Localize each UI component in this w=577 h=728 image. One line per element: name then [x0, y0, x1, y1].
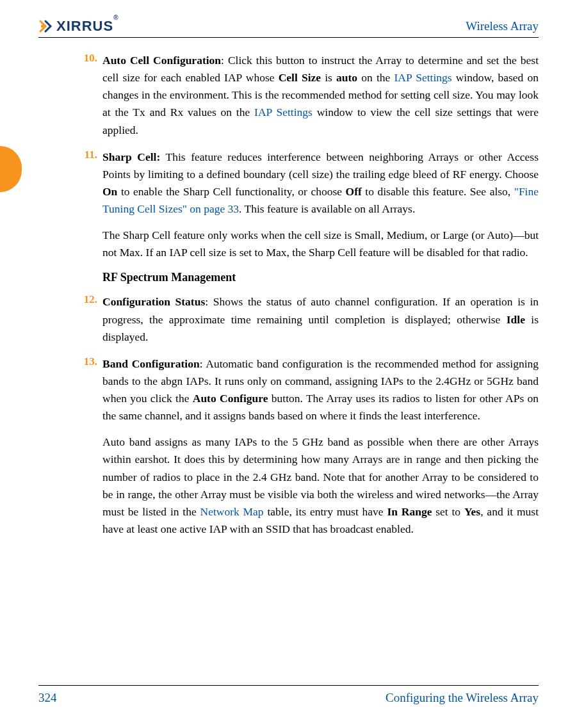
logo-text: XIRRUS® [56, 18, 119, 35]
item-number: 13. [78, 355, 97, 368]
iap-settings-link-2[interactable]: IAP Settings [254, 106, 313, 118]
item-body: Configuration Status: Shows the status o… [102, 293, 539, 345]
iap-settings-link[interactable]: IAP Settings [394, 71, 451, 84]
item-sub-paragraph: The Sharp Cell feature only works when t… [102, 227, 539, 261]
list-item-11: 11. Sharp Cell: This feature reduces int… [102, 149, 539, 262]
network-map-link[interactable]: Network Map [200, 505, 264, 518]
item-number: 12. [78, 293, 97, 306]
list-item-13: 13. Band Configuration: Automatic band c… [102, 355, 539, 538]
header-title: Wireless Array [466, 19, 539, 33]
page-footer: 324 Configuring the Wireless Array [38, 685, 539, 705]
logo: XIRRUS® [38, 18, 119, 35]
item-number: 11. [78, 149, 97, 161]
page-number: 324 [38, 691, 57, 705]
page-header: XIRRUS® Wireless Array [38, 18, 539, 38]
item-body: Auto Cell Configuration: Click this butt… [102, 52, 539, 139]
item-sub-paragraph: Auto band assigns as many IAPs to the 5 … [102, 433, 539, 538]
side-tab [0, 146, 22, 192]
content-area: 10. Auto Cell Configuration: Click this … [38, 52, 539, 538]
item-body: Sharp Cell: This feature reduces interfe… [102, 149, 539, 262]
list-item-12: 12. Configuration Status: Shows the stat… [102, 293, 539, 345]
item-number: 10. [78, 52, 97, 65]
list-item-10: 10. Auto Cell Configuration: Click this … [102, 52, 539, 139]
item-body: Band Configuration: Automatic band confi… [102, 355, 539, 538]
footer-title: Configuring the Wireless Array [386, 691, 539, 705]
xirrus-logo-icon [38, 19, 54, 33]
section-heading-rf-spectrum: RF Spectrum Management [38, 271, 539, 284]
